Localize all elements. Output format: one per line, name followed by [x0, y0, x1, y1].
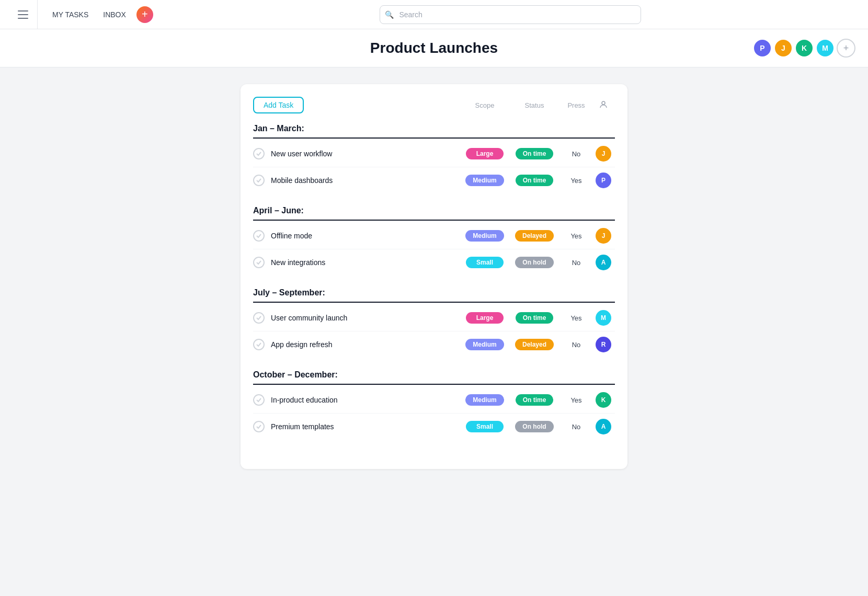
task-name-t4: New integrations	[271, 258, 461, 267]
press-cell-t6: No	[561, 341, 592, 349]
press-cell-t7: Yes	[561, 396, 592, 404]
task-check-t5[interactable]	[253, 312, 265, 324]
task-cols-t7: MediumOn timeYesK	[461, 392, 615, 408]
add-button[interactable]: +	[136, 6, 153, 23]
avatar-4[interactable]: M	[816, 39, 835, 58]
col-header-person	[592, 100, 615, 111]
scope-badge-t7: Medium	[465, 394, 504, 406]
task-name-t1: New user workflow	[271, 150, 461, 158]
task-check-t3[interactable]	[253, 230, 265, 242]
toolbar: Add Task Scope Status Press	[253, 97, 615, 113]
nav-inbox[interactable]: INBOX	[97, 7, 132, 22]
avatar: A	[596, 255, 611, 270]
person-cell-t6[interactable]: R	[592, 337, 615, 352]
nav-my-tasks[interactable]: MY TASKS	[46, 7, 95, 22]
table-row: User community launchLargeOn timeYesM	[253, 305, 615, 331]
task-check-t4[interactable]	[253, 257, 265, 268]
avatar: P	[596, 173, 611, 188]
person-cell-t2[interactable]: P	[592, 173, 615, 188]
status-badge-t2: On time	[516, 175, 554, 186]
task-cols-t4: SmallOn holdNoA	[461, 255, 615, 270]
table-row: Mobile dashboardsMediumOn timeYesP	[253, 167, 615, 193]
main-content: Add Task Scope Status Press Jan – March:…	[0, 67, 868, 486]
person-cell-t1[interactable]: J	[592, 146, 615, 162]
avatar: J	[596, 228, 611, 244]
section-april-june: April – June:Offline modeMediumDelayedYe…	[253, 206, 615, 276]
press-cell-t3: Yes	[561, 232, 592, 240]
task-name-t6: App design refresh	[271, 340, 461, 349]
column-headers: Scope Status Press	[461, 100, 615, 111]
section-heading-july-sept: July – September:	[253, 288, 615, 303]
status-badge-t5: On time	[516, 312, 554, 324]
topbar: MY TASKS INBOX + 🔍	[0, 0, 868, 29]
task-cols-t1: LargeOn timeNoJ	[461, 146, 615, 162]
task-check-t2[interactable]	[253, 175, 265, 186]
task-cols-t6: MediumDelayedNoR	[461, 337, 615, 352]
search-icon: 🔍	[385, 10, 394, 19]
avatar: A	[596, 419, 611, 434]
task-cols-t8: SmallOn holdNoA	[461, 419, 615, 434]
person-cell-t4[interactable]: A	[592, 255, 615, 270]
status-badge-t1: On time	[516, 148, 554, 159]
topbar-nav: MY TASKS INBOX +	[38, 0, 162, 29]
scope-badge-t8: Small	[466, 421, 504, 432]
hamburger-icon	[18, 10, 28, 19]
person-cell-t8[interactable]: A	[592, 419, 615, 434]
task-check-t7[interactable]	[253, 394, 265, 406]
page-header: Product Launches P J K M +	[0, 29, 868, 67]
person-cell-t3[interactable]: J	[592, 228, 615, 244]
table-row: New user workflowLargeOn timeNoJ	[253, 141, 615, 167]
add-task-button[interactable]: Add Task	[253, 97, 304, 113]
task-name-t2: Mobile dashboards	[271, 176, 461, 185]
scope-badge-t1: Large	[466, 148, 504, 159]
avatar: M	[596, 310, 611, 326]
task-cols-t3: MediumDelayedYesJ	[461, 228, 615, 244]
menu-button[interactable]	[8, 0, 38, 29]
section-heading-april-june: April – June:	[253, 206, 615, 221]
table-row: Premium templatesSmallOn holdNoA	[253, 414, 615, 440]
task-name-t5: User community launch	[271, 314, 461, 322]
task-name-t7: In-product education	[271, 396, 461, 404]
press-cell-t8: No	[561, 423, 592, 431]
task-check-t8[interactable]	[253, 421, 265, 432]
task-name-t3: Offline mode	[271, 232, 461, 240]
section-heading-jan-march: Jan – March:	[253, 124, 615, 139]
col-header-scope: Scope	[461, 101, 508, 109]
table-row: Offline modeMediumDelayedYesJ	[253, 223, 615, 249]
press-cell-t1: No	[561, 150, 592, 158]
avatar: R	[596, 337, 611, 352]
scope-badge-t2: Medium	[465, 175, 504, 186]
status-badge-t8: On hold	[515, 421, 553, 432]
header-avatars: P J K M +	[753, 39, 855, 58]
avatar-3[interactable]: K	[795, 39, 814, 58]
task-cols-t2: MediumOn timeYesP	[461, 173, 615, 188]
scope-badge-t4: Small	[466, 257, 504, 268]
avatar: K	[596, 392, 611, 408]
status-badge-t7: On time	[516, 394, 554, 406]
task-check-t6[interactable]	[253, 339, 265, 350]
table-row: New integrationsSmallOn holdNoA	[253, 249, 615, 276]
section-july-sept: July – September:User community launchLa…	[253, 288, 615, 358]
sections-container: Jan – March:New user workflowLargeOn tim…	[253, 124, 615, 440]
scope-badge-t6: Medium	[465, 339, 504, 350]
person-cell-t7[interactable]: K	[592, 392, 615, 408]
add-member-button[interactable]: +	[837, 39, 855, 58]
status-badge-t6: Delayed	[515, 339, 554, 350]
avatar-2[interactable]: J	[774, 39, 793, 58]
press-cell-t2: Yes	[561, 177, 592, 185]
section-heading-oct-dec: October – December:	[253, 370, 615, 385]
task-check-t1[interactable]	[253, 148, 265, 159]
status-badge-t4: On hold	[515, 257, 553, 268]
avatar: J	[596, 146, 611, 162]
person-cell-t5[interactable]: M	[592, 310, 615, 326]
search-bar: 🔍	[380, 5, 641, 24]
section-oct-dec: October – December:In-product educationM…	[253, 370, 615, 440]
table-row: App design refreshMediumDelayedNoR	[253, 331, 615, 358]
table-row: In-product educationMediumOn timeYesK	[253, 387, 615, 414]
press-cell-t4: No	[561, 259, 592, 267]
search-input[interactable]	[380, 5, 641, 24]
scope-badge-t3: Medium	[465, 230, 504, 242]
section-jan-march: Jan – March:New user workflowLargeOn tim…	[253, 124, 615, 193]
avatar-1[interactable]: P	[753, 39, 772, 58]
col-header-status: Status	[508, 101, 561, 109]
